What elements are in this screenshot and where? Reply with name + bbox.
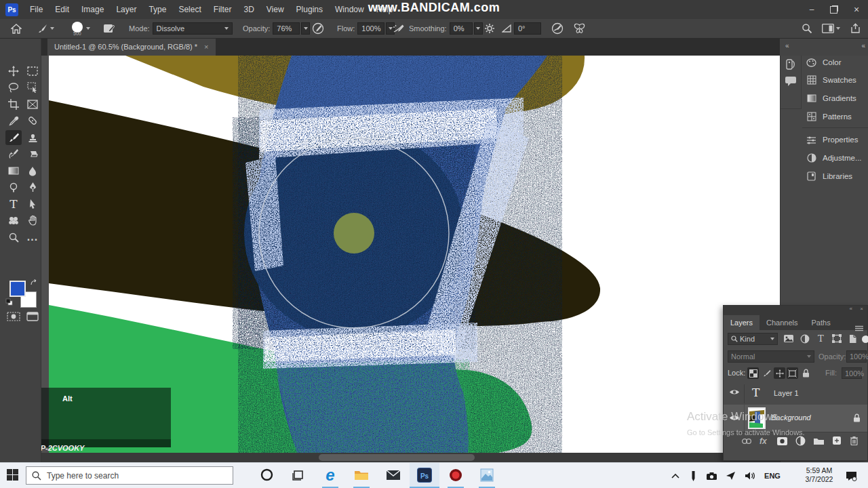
spot-healing-brush-tool[interactable] (24, 113, 41, 128)
menu-layer[interactable]: Layer (110, 0, 142, 19)
panel-tab-properties[interactable]: Properties (806, 133, 858, 146)
edit-toolbar-button[interactable]: ... (24, 230, 41, 245)
history-brush-tool[interactable] (5, 146, 22, 161)
task-view-button[interactable] (283, 463, 313, 487)
close-button[interactable]: × (846, 0, 867, 19)
move-tool[interactable] (5, 64, 22, 79)
panel-tab-adjustments[interactable]: Adjustme... (806, 151, 862, 165)
brush-tool[interactable] (5, 130, 22, 145)
minimize-button[interactable]: – (802, 0, 822, 19)
blend-mode-select[interactable]: Dissolve (153, 22, 233, 35)
gradient-tool[interactable] (5, 163, 22, 178)
lock-artboard-button[interactable] (787, 367, 798, 379)
menu-window[interactable]: Window (329, 0, 370, 19)
layer-lock-icon[interactable] (853, 413, 861, 424)
tab-close-icon[interactable]: × (204, 43, 208, 51)
history-panel-icon[interactable] (785, 58, 797, 72)
filter-pixel-layers-icon[interactable] (783, 334, 794, 343)
workspace-switcher[interactable] (822, 22, 840, 35)
menu-type[interactable]: Type (142, 0, 172, 19)
layer-blend-mode-select[interactable]: Normal (728, 350, 814, 363)
menu-edit[interactable]: Edit (49, 0, 75, 19)
panel-tab-gradients[interactable]: Gradients (806, 92, 856, 105)
rectangular-marquee-tool[interactable] (24, 64, 41, 79)
photos-button[interactable] (472, 463, 502, 487)
symmetry-button[interactable] (573, 22, 586, 35)
taskbar-search[interactable]: Type here to search (26, 466, 233, 485)
smoothing-chevron[interactable] (474, 22, 483, 35)
filter-kind-select[interactable]: Kind (728, 333, 778, 345)
pen-tool[interactable] (24, 180, 41, 195)
delete-layer-icon[interactable] (850, 436, 859, 445)
file-explorer-button[interactable] (347, 463, 376, 487)
collapse-dock-icon[interactable]: « (850, 306, 852, 312)
toggle-brush-settings-button[interactable] (103, 22, 115, 35)
menu-image[interactable]: Image (75, 0, 110, 19)
fill-input[interactable]: 100% (842, 367, 862, 379)
lasso-tool[interactable] (5, 80, 22, 95)
notification-center-button[interactable] (841, 463, 861, 488)
path-selection-tool[interactable] (24, 197, 41, 211)
menu-select[interactable]: Select (172, 0, 207, 19)
layer-opacity-input[interactable]: 100% (846, 350, 867, 363)
opacity-input[interactable]: 76% (273, 22, 300, 35)
smoothing-options-button[interactable] (484, 22, 495, 35)
start-button[interactable] (0, 463, 24, 487)
panel-tab-libraries[interactable]: Libraries (806, 169, 852, 183)
mail-button[interactable] (378, 463, 408, 487)
lock-transparency-button[interactable] (747, 367, 759, 379)
panel-tab-swatches[interactable]: Swatches (806, 73, 856, 87)
visibility-eye-icon[interactable] (729, 388, 740, 397)
text-layer-thumbnail[interactable]: T (752, 386, 760, 399)
new-layer-icon[interactable] (832, 436, 842, 445)
airbrush-button[interactable] (392, 22, 405, 35)
menu-file[interactable]: File (24, 0, 49, 19)
clone-stamp-tool[interactable] (24, 130, 41, 145)
crop-tool[interactable] (5, 97, 22, 112)
menu-plugins[interactable]: Plugins (290, 0, 329, 19)
lock-position-button[interactable] (774, 367, 785, 379)
adjustment-layer-icon[interactable] (795, 436, 806, 446)
edge-button[interactable]: e (315, 463, 345, 487)
layer-effects-icon[interactable]: fx (760, 436, 767, 446)
layer-row-layer1[interactable]: T Layer 1 (724, 383, 867, 405)
quick-mask-mode-button[interactable] (5, 309, 22, 324)
flow-input[interactable]: 100% (357, 22, 384, 35)
collapse-panels-icon[interactable]: « (785, 42, 789, 49)
swap-colors-icon[interactable] (30, 278, 38, 290)
zoom-tool[interactable] (5, 230, 22, 245)
object-selection-tool[interactable] (24, 80, 41, 95)
filter-type-layers-icon[interactable]: T (818, 333, 824, 344)
link-layers-icon[interactable] (741, 438, 752, 445)
document-tab[interactable]: Untitled-1 @ 60.5% (Background, RGB/8) *… (47, 38, 216, 56)
eraser-tool[interactable] (24, 146, 41, 161)
type-tool[interactable]: T (5, 197, 22, 211)
frame-tool[interactable] (24, 97, 41, 112)
angle-input[interactable]: 0° (514, 22, 541, 35)
new-group-icon[interactable] (813, 436, 825, 445)
language-indicator[interactable]: ENG (761, 463, 784, 488)
filter-adjustment-layers-icon[interactable] (800, 334, 810, 344)
tray-volume-button[interactable] (741, 463, 760, 488)
taskbar-clock[interactable]: 5:59 AM 3/7/2022 (799, 466, 840, 484)
brush-size-picker[interactable]: 500 (71, 22, 90, 35)
bandicam-button[interactable] (441, 463, 471, 487)
tab-paths[interactable]: Paths (805, 315, 837, 330)
search-button[interactable] (802, 22, 812, 35)
tab-channels[interactable]: Channels (760, 315, 804, 330)
photoshop-taskbar-button[interactable]: Ps (410, 463, 439, 487)
dodge-tool[interactable] (5, 180, 22, 195)
menu-view[interactable]: View (260, 0, 290, 19)
filter-shape-layers-icon[interactable] (832, 334, 842, 343)
pressure-size-button[interactable] (551, 22, 564, 35)
filter-smart-objects-icon[interactable] (848, 334, 857, 344)
comments-panel-icon[interactable] (785, 76, 797, 88)
layer-name[interactable]: Layer 1 (774, 389, 799, 397)
panel-tab-color[interactable]: Color (806, 56, 841, 69)
tray-expand-button[interactable] (667, 463, 684, 488)
collapse-panels-icon[interactable]: « (861, 42, 865, 49)
custom-shape-tool[interactable] (5, 213, 22, 228)
horizontal-scrollbar[interactable] (41, 453, 780, 462)
tab-layers[interactable]: Layers (724, 315, 760, 330)
restore-button[interactable] (823, 0, 844, 19)
